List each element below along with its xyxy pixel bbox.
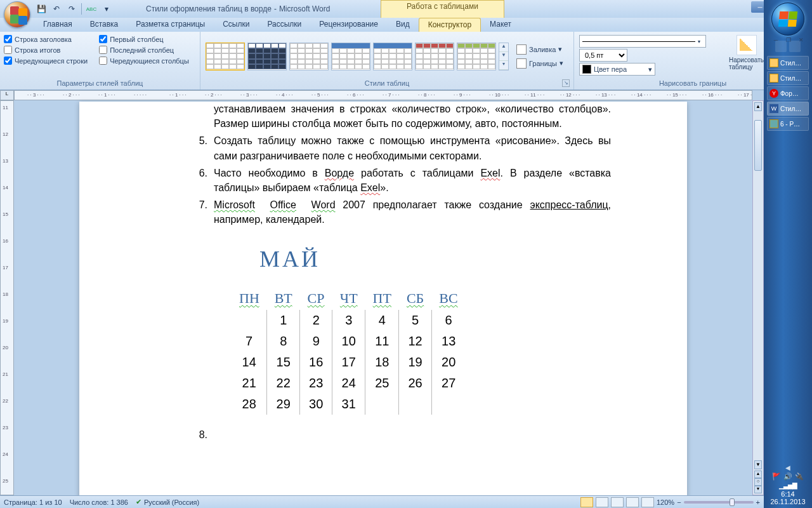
calendar-cell[interactable]: 25 [365, 373, 399, 394]
calendar-cell[interactable]: 19 [399, 352, 431, 373]
calendar-cell[interactable] [365, 394, 399, 415]
office-button[interactable] [4, 1, 30, 28]
opt-header-row[interactable]: Строка заголовка [4, 35, 88, 43]
browse-object-icon[interactable]: ○ [754, 478, 762, 486]
calendar-cell[interactable]: 17 [332, 352, 365, 373]
qat-undo[interactable]: ↶ [49, 2, 63, 16]
shading-button[interactable]: Заливка ▾ [514, 43, 566, 56]
calendar-cell[interactable]: 26 [399, 373, 431, 394]
horizontal-ruler[interactable]: · · 3 · · · · · 2 · · · · · 1 · · · · · … [14, 90, 752, 100]
scroll-down-icon[interactable]: ▼ [754, 460, 762, 469]
zoom-out[interactable]: − [677, 498, 681, 506]
view-draft[interactable] [641, 497, 654, 507]
qat-customize[interactable]: ▾ [100, 2, 114, 16]
calendar-cell[interactable]: 10 [332, 331, 365, 352]
calendar-cell[interactable]: 21 [232, 373, 267, 394]
calendar-cell[interactable]: 11 [365, 331, 399, 352]
calendar-cell[interactable]: 13 [431, 331, 465, 352]
tray-expand-icon[interactable]: ◀ [785, 464, 790, 471]
calendar-cell[interactable]: 6 [431, 310, 465, 331]
draw-table-button[interactable]: Нарисовать таблицу [729, 35, 764, 70]
calendar-cell[interactable]: 22 [267, 373, 300, 394]
calendar-cell[interactable]: 1 [267, 310, 300, 331]
style-thumb[interactable] [457, 43, 496, 70]
calendar-cell[interactable]: 9 [300, 331, 332, 352]
tray-signal-icon[interactable]: ▁▃▅▇ [779, 482, 797, 489]
calendar-cell[interactable]: 14 [232, 352, 267, 373]
qat-spelling[interactable]: ABC [84, 2, 98, 16]
calendar-cell[interactable]: 2 [300, 310, 332, 331]
document-page[interactable]: устанавливаем значения в строках «количе… [79, 102, 687, 502]
tab-design[interactable]: Конструктор [419, 18, 481, 32]
calendar-cell[interactable]: 30 [300, 394, 332, 415]
view-outline[interactable] [626, 497, 639, 507]
style-thumb[interactable] [373, 43, 412, 70]
prev-page-icon[interactable]: ▲ [754, 471, 762, 478]
tab-insert[interactable]: Вставка [81, 18, 128, 32]
tab-page-layout[interactable]: Разметка страницы [127, 18, 214, 32]
calendar-table[interactable]: ПНВТСРЧТПТСБВС 1234567891011121314151617… [232, 287, 466, 415]
calendar-cell[interactable]: 24 [332, 373, 365, 394]
calendar-cell[interactable]: 18 [365, 352, 399, 373]
taskbar-item[interactable]: Стил… [767, 71, 809, 85]
calendar-cell[interactable]: 27 [431, 373, 465, 394]
zoom-in[interactable]: + [756, 498, 760, 506]
tab-selector[interactable]: L [0, 90, 14, 100]
calendar-cell[interactable] [232, 310, 267, 331]
qat-redo[interactable]: ↷ [65, 2, 79, 16]
calendar-cell[interactable]: 23 [300, 373, 332, 394]
zoom-slider[interactable] [684, 501, 754, 504]
status-word-count[interactable]: Число слов: 1 386 [70, 498, 128, 506]
calendar-cell[interactable]: 28 [232, 394, 267, 415]
calendar-cell[interactable]: 20 [431, 352, 465, 373]
taskbar-item[interactable]: YФор… [767, 86, 809, 100]
tab-review[interactable]: Рецензирование [310, 18, 387, 32]
calendar-cell[interactable] [399, 394, 431, 415]
next-page-icon[interactable]: ▼ [754, 486, 762, 493]
calendar-cell[interactable]: 5 [399, 310, 431, 331]
tab-layout[interactable]: Макет [481, 18, 520, 32]
tray-network-icon[interactable]: 🔌 [795, 472, 804, 481]
style-thumb[interactable] [289, 43, 329, 70]
tab-home[interactable]: Главная [34, 18, 81, 32]
opt-last-column[interactable]: Последний столбец [99, 46, 189, 54]
style-thumb[interactable] [206, 43, 245, 70]
calendar-cell[interactable] [431, 394, 465, 415]
tray-clock[interactable]: 6:1426.11.2013 [770, 490, 805, 505]
calendar-cell[interactable]: 3 [332, 310, 365, 331]
view-print-layout[interactable] [580, 497, 593, 507]
taskbar-item[interactable]: 6 - P… [767, 117, 809, 131]
doc-restore[interactable]: ❐ [783, 36, 794, 44]
style-thumb[interactable] [331, 43, 370, 70]
scroll-up-icon[interactable]: ▲ [754, 102, 762, 111]
style-thumb[interactable] [247, 43, 287, 70]
vertical-scrollbar[interactable]: ▲ ▼ ▲ ○ ▼ [752, 100, 764, 495]
tab-view[interactable]: Вид [387, 18, 419, 32]
tab-references[interactable]: Ссылки [214, 18, 258, 32]
line-style-dropdown[interactable]: ▾ [579, 35, 706, 48]
calendar-cell[interactable]: 16 [300, 352, 332, 373]
pen-color-dropdown[interactable]: Цвет пера▾ [579, 63, 655, 76]
borders-button[interactable]: Границы ▾ [514, 57, 566, 70]
style-thumb[interactable] [415, 43, 454, 70]
calendar-cell[interactable]: 4 [365, 310, 399, 331]
dialog-launcher-icon[interactable]: ↘ [562, 79, 570, 87]
view-web[interactable] [611, 497, 624, 507]
table-style-gallery[interactable]: ▲▼▾ [204, 40, 510, 73]
vertical-ruler[interactable]: 111213141516171819202122232425 [0, 100, 14, 495]
doc-close[interactable]: ✕ [796, 36, 807, 44]
line-weight-dropdown[interactable]: 0,5 пт [579, 49, 627, 62]
status-language[interactable]: ✔Русский (Россия) [136, 498, 199, 506]
zoom-value[interactable]: 120% [657, 498, 674, 506]
opt-banded-rows[interactable]: Чередующиеся строки [4, 57, 88, 65]
scroll-thumb[interactable] [754, 120, 762, 171]
calendar-cell[interactable]: 12 [399, 331, 431, 352]
calendar-cell[interactable]: 31 [332, 394, 365, 415]
tab-mailings[interactable]: Рассылки [258, 18, 310, 32]
gallery-more[interactable]: ▲▼▾ [499, 43, 509, 70]
taskbar-item[interactable]: WСтил… [767, 102, 809, 116]
opt-banded-columns[interactable]: Чередующиеся столбцы [99, 57, 189, 65]
opt-first-column[interactable]: Первый столбец [99, 35, 189, 43]
calendar-cell[interactable]: 8 [267, 331, 300, 352]
view-full-screen[interactable] [596, 497, 608, 507]
